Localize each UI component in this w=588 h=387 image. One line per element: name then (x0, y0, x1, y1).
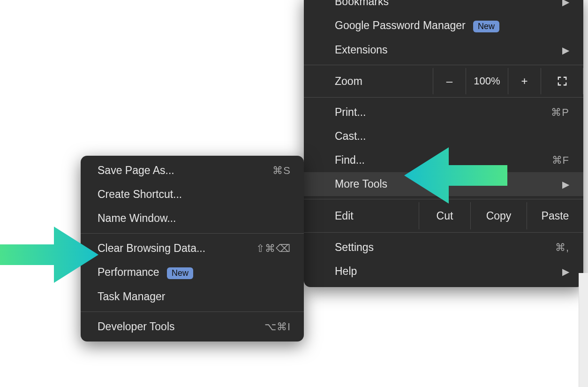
menu-item-label: Cast... (335, 130, 366, 143)
submenu-item-save-page-as[interactable]: Save Page As... ⌘S (81, 156, 304, 182)
menu-item-cast[interactable]: Cast... (304, 124, 583, 148)
submenu-item-name-window[interactable]: Name Window... (81, 206, 304, 230)
keyboard-shortcut: ⌘S (272, 165, 291, 177)
menu-separator (304, 65, 583, 65)
menu-item-zoom: Zoom – 100% + (304, 68, 583, 94)
menu-item-extensions[interactable]: Extensions ▶ (304, 38, 583, 62)
annotation-arrow-clear-browsing-data (0, 227, 98, 283)
zoom-percent: 100% (466, 68, 508, 94)
keyboard-shortcut: ⌘P (551, 106, 569, 119)
new-badge: New (167, 267, 193, 279)
menu-item-help[interactable]: Help ▶ (304, 259, 583, 287)
menu-item-password-manager[interactable]: Google Password Manager New (304, 14, 583, 38)
edit-cut-button[interactable]: Cut (419, 202, 471, 229)
menu-item-label: Find... (335, 154, 365, 167)
zoom-out-button[interactable]: – (433, 68, 466, 94)
keyboard-shortcut: ⇧⌘⌫ (256, 243, 291, 255)
menu-item-label: Performance New (98, 266, 193, 279)
menu-item-print[interactable]: Print... ⌘P (304, 100, 583, 124)
annotation-arrow-more-tools (404, 147, 507, 204)
edit-paste-button[interactable]: Paste (527, 202, 583, 229)
menu-item-label: Google Password Manager New (335, 19, 499, 32)
submenu-item-clear-browsing-data[interactable]: Clear Browsing Data... ⇧⌘⌫ (81, 236, 304, 260)
menu-item-label: Developer Tools (98, 320, 175, 333)
page-scrollbar[interactable] (579, 273, 588, 387)
menu-item-label: Print... (335, 106, 366, 119)
zoom-label: Zoom (304, 68, 433, 94)
chevron-right-icon: ▶ (562, 266, 569, 277)
chevron-right-icon: ▶ (562, 179, 569, 190)
menu-item-label: Extensions (335, 44, 388, 56)
menu-separator (304, 97, 583, 98)
menu-separator (81, 233, 304, 234)
menu-item-label: Save Page As... (98, 164, 174, 177)
fullscreen-button[interactable] (541, 68, 583, 94)
menu-item-label: Name Window... (98, 212, 176, 225)
keyboard-shortcut: ⌘, (555, 242, 569, 254)
submenu-item-create-shortcut[interactable]: Create Shortcut... (81, 182, 304, 206)
submenu-item-task-manager[interactable]: Task Manager (81, 285, 304, 309)
zoom-in-button[interactable]: + (508, 68, 541, 94)
menu-separator (81, 311, 304, 312)
menu-item-label: Clear Browsing Data... (98, 242, 205, 255)
menu-item-label: Help (335, 265, 357, 278)
menu-separator (304, 232, 583, 233)
keyboard-shortcut: ⌥⌘I (264, 321, 291, 333)
menu-item-label: More Tools (335, 178, 387, 190)
menu-item-edit: Edit Cut Copy Paste (304, 202, 583, 229)
new-badge: New (473, 21, 499, 32)
menu-item-label: Bookmarks (335, 0, 389, 8)
submenu-item-performance[interactable]: Performance New (81, 260, 304, 285)
menu-item-settings[interactable]: Settings ⌘, (304, 235, 583, 259)
more-tools-submenu: Save Page As... ⌘S Create Shortcut... Na… (81, 156, 304, 341)
menu-item-label: Create Shortcut... (98, 188, 182, 201)
chrome-main-menu: Bookmarks ▶ Google Password Manager New … (304, 0, 583, 287)
fullscreen-icon (557, 76, 567, 86)
chevron-right-icon: ▶ (562, 0, 569, 8)
menu-item-label: Settings (335, 241, 374, 254)
menu-item-label: Task Manager (98, 290, 165, 303)
edit-label: Edit (304, 202, 419, 229)
chevron-right-icon: ▶ (562, 45, 569, 56)
svg-marker-1 (0, 227, 98, 283)
submenu-item-developer-tools[interactable]: Developer Tools ⌥⌘I (81, 315, 304, 341)
menu-item-bookmarks[interactable]: Bookmarks ▶ (304, 0, 583, 14)
svg-marker-0 (404, 147, 507, 204)
edit-copy-button[interactable]: Copy (471, 202, 527, 229)
keyboard-shortcut: ⌘F (552, 154, 569, 167)
